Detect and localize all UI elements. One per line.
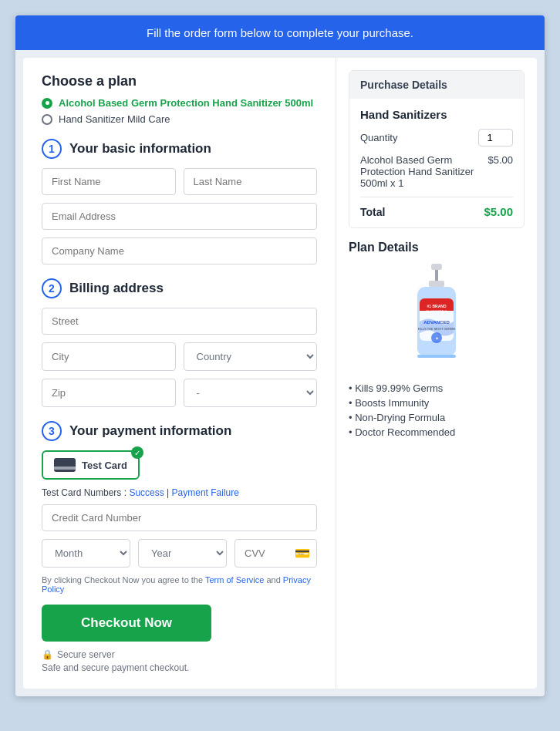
svg-text:ADVANCED: ADVANCED [423,320,450,325]
section1-header: 1 Your basic information [42,139,317,159]
credit-card-icon [54,458,76,472]
payment-check-icon: ✓ [131,446,143,459]
year-select[interactable]: Year 20242025202620272028 [138,539,227,568]
zip-state-row: - [42,379,317,407]
feature-item-2: Boosts Immunity [349,397,525,409]
quantity-input[interactable] [478,129,513,147]
terms-prefix: By clicking Checkout Now you agree to th… [42,575,205,584]
plan-option-2-label: Hand Sanitizer Mild Care [59,113,170,125]
plan-details-section: Plan Details [349,241,525,438]
cvv-card-icon: 💳 [295,546,310,561]
test-card-prefix: Test Card Numbers : [42,487,129,498]
first-name-input[interactable] [42,168,176,195]
quantity-label: Quantity [360,132,397,143]
email-input[interactable] [42,203,317,230]
cc-number-input[interactable] [42,504,317,531]
country-select[interactable]: Country [184,342,318,371]
svg-rect-0 [431,264,442,270]
name-row [42,168,317,195]
lock-icon: 🔒 [42,649,53,660]
feature-item-1: Kills 99.99% Germs [349,382,525,394]
product-price: $5.00 [487,154,513,166]
purchase-details-box: Purchase Details Hand Sanitizers Quantit… [349,70,525,228]
success-link[interactable]: Success [129,487,164,498]
section3-header: 3 Your payment information [42,421,317,441]
radio-unselected-icon [42,114,52,125]
banner-text: Fill the order form below to complete yo… [147,26,413,39]
street-row [42,308,317,335]
quantity-row: Quantity [360,129,513,147]
left-column: Choose a plan Alcohol Based Germ Protect… [23,58,336,689]
section2-header: 2 Billing address [42,278,317,298]
cvv-input[interactable] [241,541,295,566]
terms-text: By clicking Checkout Now you agree to th… [42,575,317,594]
product-image-container: #1 BRAND IN HOSPITALS ADVANCED KILLS THE… [349,264,525,372]
total-price: $5.00 [484,205,513,218]
total-row: Total $5.00 [360,205,513,218]
cc-row [42,504,317,531]
cvv-wrap: 💳 [234,539,317,568]
product-description: Alcohol Based Germ Protection Hand Sanit… [360,154,476,189]
section1-number: 1 [42,139,62,159]
plan-option-1-label: Alcohol Based Germ Protection Hand Sanit… [59,97,313,109]
feature-item-4: Doctor Recommended [349,426,525,438]
secure-server-label: Secure server [57,649,115,660]
svg-text:#1 BRAND: #1 BRAND [427,304,446,308]
product-bottle-image: #1 BRAND IN HOSPITALS ADVANCED KILLS THE… [398,264,475,372]
product-price-row: Alcohol Based Germ Protection Hand Sanit… [360,154,513,197]
state-select[interactable]: - [184,379,318,407]
purchase-details-header: Purchase Details [349,71,524,99]
svg-text:✦: ✦ [435,336,439,341]
company-row [42,237,317,264]
expiry-cvv-row: Month 01020304 05060708 09101112 Year 20… [42,539,317,568]
total-label: Total [360,206,385,218]
failure-link[interactable]: Payment Failure [172,487,239,498]
right-column: Purchase Details Hand Sanitizers Quantit… [336,58,537,689]
choose-plan-heading: Choose a plan [42,73,317,89]
main-content: Choose a plan Alcohol Based Germ Protect… [23,58,537,689]
section2-title: Billing address [69,281,164,296]
test-card-numbers: Test Card Numbers : Success | Payment Fa… [42,487,317,498]
email-row [42,203,317,230]
zip-input[interactable] [42,379,176,407]
secure-server-row: 🔒 Secure server [42,649,317,660]
city-input[interactable] [42,342,176,371]
month-select[interactable]: Month 01020304 05060708 09101112 [42,539,130,568]
svg-text:KILLS THE MOST GERMS: KILLS THE MOST GERMS [418,327,456,331]
top-banner: Fill the order form below to complete yo… [15,15,545,50]
svg-text:IN HOSPITALS: IN HOSPITALS [426,309,447,313]
pipe-separator: | [164,487,172,498]
payment-method-card[interactable]: ✓ Test Card [42,450,140,480]
checkout-button[interactable]: Checkout Now [42,605,211,642]
city-country-row: Country [42,342,317,371]
product-features-list: Kills 99.99% Germs Boosts Immunity Non-D… [349,382,525,438]
svg-rect-2 [429,281,444,287]
section2-number: 2 [42,278,62,298]
choose-plan-section: Choose a plan Alcohol Based Germ Protect… [42,73,317,125]
product-category: Hand Sanitizers [360,108,513,121]
plan-option-1[interactable]: Alcohol Based Germ Protection Hand Sanit… [42,97,317,109]
radio-selected-icon [42,98,52,109]
plan-details-heading: Plan Details [349,241,525,254]
terms-middle: and [264,575,282,584]
svg-rect-13 [417,355,456,358]
feature-item-3: Non-Drying Formula [349,412,525,423]
company-input[interactable] [42,237,317,264]
payment-method-label: Test Card [82,460,127,471]
secure-footer: Safe and secure payment checkout. [42,662,317,673]
last-name-input[interactable] [184,168,318,195]
plan-option-2[interactable]: Hand Sanitizer Mild Care [42,113,317,125]
svg-rect-1 [435,270,438,281]
street-input[interactable] [42,308,317,335]
purchase-details-body: Hand Sanitizers Quantity Alcohol Based G… [349,99,524,227]
section1-title: Your basic information [69,141,211,157]
section3-title: Your payment information [69,423,231,439]
terms-of-service-link[interactable]: Term of Service [205,575,264,584]
page-wrapper: Fill the order form below to complete yo… [15,15,545,696]
section3-number: 3 [42,421,62,441]
